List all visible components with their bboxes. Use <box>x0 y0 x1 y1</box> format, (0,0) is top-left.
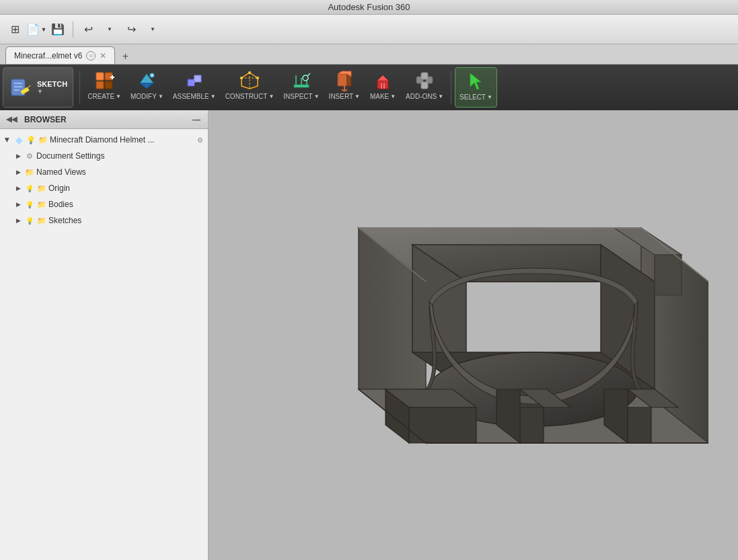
toolbar-sep-1 <box>73 22 73 38</box>
addons-group[interactable]: ADD-ONS ▼ <box>402 67 447 108</box>
undo-dropdown[interactable]: ▼ <box>100 20 119 39</box>
modify-label: MODIFY ▼ <box>131 93 163 100</box>
named-views-label: Named Views <box>36 167 86 177</box>
make-label: MAKE ▼ <box>370 93 396 100</box>
undo-button[interactable]: ↩ <box>79 20 98 39</box>
title-bar: Autodesk Fusion 360 <box>0 0 738 15</box>
assemble-icon <box>184 70 205 91</box>
svg-marker-59 <box>655 255 681 295</box>
select-group[interactable]: SELECT ▼ <box>455 67 497 108</box>
tree-named-views[interactable]: ▶ 📁 Named Views <box>0 164 208 180</box>
named-views-arrow[interactable]: ▶ <box>13 167 23 177</box>
root-settings-button[interactable]: ⚙ <box>194 134 205 145</box>
sketches-label: Sketches <box>48 216 81 225</box>
create-group[interactable]: CREATE ▼ <box>83 67 125 108</box>
svg-rect-8 <box>96 81 104 89</box>
select-icon <box>465 71 486 92</box>
sketches-arrow[interactable]: ▶ <box>13 216 23 225</box>
bodies-arrow[interactable]: ▶ <box>13 200 23 209</box>
file-arrow: ▼ <box>41 26 47 33</box>
browser-title: BROWSER <box>24 115 67 124</box>
sketch-group[interactable]: SKETCH ▼ <box>3 67 73 108</box>
select-label: SELECT ▼ <box>459 93 492 101</box>
svg-point-12 <box>150 73 154 77</box>
construct-group[interactable]: CONSTRUCT ▼ <box>221 67 279 108</box>
svg-rect-14 <box>194 75 201 82</box>
file-menu-button[interactable]: 📄 ▼ <box>27 20 46 39</box>
svg-rect-7 <box>105 73 112 80</box>
root-arrow[interactable]: ▶ <box>3 135 12 145</box>
svg-marker-57 <box>628 407 651 443</box>
tab-bar: Minecraf...elmet v6 ○ ✕ + <box>0 44 738 65</box>
browser-content: ▶ ◆ 💡 📁 Minecraft Diamond Helmet ... ⚙ ▶… <box>0 129 208 560</box>
origin-arrow[interactable]: ▶ <box>13 184 23 193</box>
apps-grid-button[interactable]: ⊞ <box>5 20 24 39</box>
tab-close-button[interactable]: ○ <box>86 51 96 61</box>
assemble-label: ASSEMBLE ▼ <box>173 93 216 100</box>
main-content: ◀◀ BROWSER — ▶ ◆ 💡 📁 Minecraft Diamond H… <box>0 110 738 560</box>
svg-rect-37 <box>421 73 428 79</box>
svg-marker-39 <box>470 73 481 89</box>
ribbon: SKETCH ▼ CREATE ▼ <box>0 65 738 110</box>
sketches-folder-icon: 📁 <box>36 215 47 226</box>
doc-settings-arrow[interactable]: ▶ <box>13 151 23 161</box>
redo-dropdown[interactable]: ▼ <box>143 20 162 39</box>
svg-rect-13 <box>188 79 194 86</box>
create-icon <box>94 70 115 91</box>
redo-button[interactable]: ↪ <box>122 20 141 39</box>
modify-icon <box>136 70 157 91</box>
bodies-folder-icon: 📁 <box>36 199 47 210</box>
inspect-group[interactable]: INSPECT ▼ <box>279 67 323 108</box>
svg-rect-6 <box>96 73 104 80</box>
canvas-area <box>209 110 738 560</box>
svg-rect-38 <box>421 82 428 89</box>
tree-sketches[interactable]: ▶ 💡 📁 Sketches <box>0 212 208 229</box>
assemble-group[interactable]: ASSEMBLE ▼ <box>169 67 220 108</box>
construct-icon <box>239 70 260 91</box>
svg-rect-22 <box>294 85 309 87</box>
browser-back-button[interactable]: ◀◀ <box>5 114 17 126</box>
save-button[interactable]: 💾 <box>48 20 67 39</box>
document-tab[interactable]: Minecraf...elmet v6 ○ ✕ <box>5 46 115 64</box>
root-folder-icon: 📁 <box>38 134 48 145</box>
browser-header: ◀◀ BROWSER — <box>0 110 208 129</box>
inspect-label: INSPECT ▼ <box>283 93 319 100</box>
root-light-icon: 💡 <box>26 134 36 145</box>
tree-root-item[interactable]: ▶ ◆ 💡 📁 Minecraft Diamond Helmet ... ⚙ <box>0 132 208 148</box>
sketch-icon <box>9 75 33 99</box>
sketch-label: SKETCH <box>37 80 67 88</box>
ribbon-div-1 <box>79 71 80 104</box>
file-icon: 📄 <box>26 23 40 36</box>
doc-settings-label: Document Settings <box>36 151 104 161</box>
svg-rect-9 <box>105 81 112 89</box>
tree-bodies[interactable]: ▶ 💡 📁 Bodies <box>0 196 208 212</box>
modify-group[interactable]: MODIFY ▼ <box>126 67 168 108</box>
sketch-arrow: ▼ <box>37 88 43 95</box>
origin-label: Origin <box>48 184 70 193</box>
inspect-icon <box>291 70 312 91</box>
insert-group[interactable]: INSERT ▼ <box>325 67 364 108</box>
doc-settings-gear-icon: ⚙ <box>24 151 35 161</box>
svg-rect-28 <box>338 74 347 86</box>
origin-folder-icon: 📁 <box>36 183 47 194</box>
tree-origin[interactable]: ▶ 💡 📁 Origin <box>0 180 208 196</box>
tab-label: Minecraf...elmet v6 <box>14 51 82 61</box>
addons-icon <box>414 70 435 91</box>
construct-label: CONSTRUCT ▼ <box>225 93 274 100</box>
app-title: Autodesk Fusion 360 <box>328 2 410 12</box>
sidebar: ◀◀ BROWSER — ▶ ◆ 💡 📁 Minecraft Diamond H… <box>0 110 209 560</box>
make-group[interactable]: MAKE ▼ <box>365 67 400 108</box>
system-toolbar: ⊞ 📄 ▼ 💾 ↩ ▼ ↪ ▼ <box>0 15 738 44</box>
new-tab-button[interactable]: + <box>118 49 133 64</box>
ribbon-div-2 <box>451 71 451 104</box>
viewport[interactable] <box>209 110 738 560</box>
svg-line-5 <box>28 85 30 87</box>
make-icon <box>372 70 394 91</box>
svg-point-20 <box>240 77 243 79</box>
root-label: Minecraft Diamond Helmet ... <box>50 135 154 145</box>
tab-close-x[interactable]: ✕ <box>100 51 106 61</box>
tree-doc-settings[interactable]: ▶ ⚙ Document Settings <box>0 148 208 164</box>
browser-collapse-button[interactable]: — <box>190 114 202 126</box>
create-label: CREATE ▼ <box>87 93 121 100</box>
origin-light-icon: 💡 <box>24 183 35 194</box>
